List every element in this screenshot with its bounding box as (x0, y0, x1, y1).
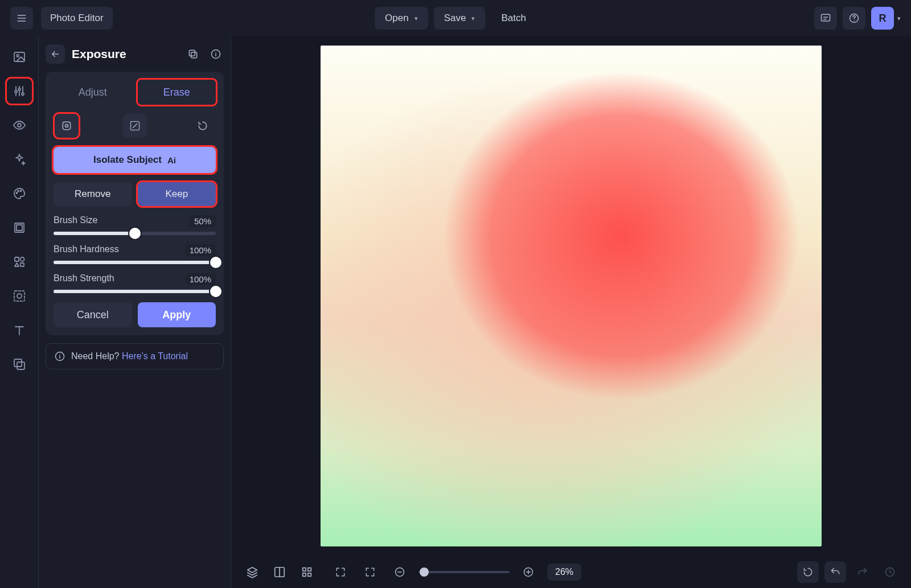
fit-icon (364, 566, 376, 578)
svg-rect-20 (189, 50, 195, 56)
app-title-chip[interactable]: Photo Editor (41, 7, 113, 30)
svg-rect-23 (63, 122, 70, 129)
feedback-button[interactable] (814, 7, 837, 30)
shapes-icon (13, 255, 26, 269)
rail-palette[interactable] (7, 181, 32, 206)
panel-title: Exposure (72, 47, 178, 61)
eye-icon (13, 118, 26, 132)
image-icon (13, 50, 26, 64)
svg-rect-13 (15, 257, 19, 261)
help-button[interactable] (843, 7, 865, 30)
info-button[interactable] (208, 46, 224, 62)
info-icon (210, 48, 221, 60)
svg-rect-19 (17, 362, 24, 369)
svg-point-5 (18, 88, 20, 91)
remove-button[interactable]: Remove (54, 182, 132, 206)
svg-rect-0 (822, 14, 830, 21)
ai-badge: Ai (167, 155, 176, 165)
hamburger-icon (16, 13, 27, 24)
zoom-value[interactable]: 26% (547, 564, 581, 581)
batch-button[interactable]: Batch (491, 7, 536, 30)
refresh-icon (802, 566, 814, 578)
arrow-left-icon (50, 49, 60, 59)
undo-button[interactable] (824, 561, 846, 583)
back-button[interactable] (46, 44, 65, 64)
svg-point-3 (17, 55, 19, 57)
svg-point-6 (22, 93, 24, 95)
history-icon (884, 566, 896, 578)
rail-sparkle[interactable] (7, 147, 32, 172)
save-button[interactable]: Save ▾ (434, 7, 486, 30)
svg-rect-15 (20, 263, 24, 266)
compare-button[interactable] (269, 561, 290, 583)
zoom-slider[interactable] (418, 571, 510, 573)
brush-hardness-slider[interactable]: Brush Hardness 100% (54, 244, 216, 264)
svg-rect-28 (303, 568, 306, 571)
history-button[interactable] (879, 561, 901, 583)
menu-button[interactable] (10, 7, 33, 30)
layers-button[interactable] (241, 561, 263, 583)
svg-rect-2 (14, 52, 24, 61)
ai-mask-icon (61, 120, 72, 131)
svg-rect-18 (14, 359, 22, 367)
account-menu[interactable]: R ▾ (871, 7, 901, 30)
grid-icon (301, 566, 313, 578)
rail-eye[interactable] (7, 113, 32, 138)
avatar: R (871, 7, 894, 30)
rail-shapes[interactable] (7, 249, 32, 274)
svg-rect-29 (308, 568, 311, 571)
svg-point-7 (18, 124, 21, 127)
svg-point-10 (20, 191, 21, 192)
open-button[interactable]: Open ▾ (375, 7, 428, 30)
brush-mask-icon (129, 120, 141, 131)
canvas-image[interactable] (321, 46, 822, 546)
mask-brush-button[interactable] (123, 114, 147, 138)
keep-button[interactable]: Keep (138, 182, 216, 206)
sliders-icon (13, 84, 26, 98)
rail-image[interactable] (7, 44, 32, 69)
palette-icon (13, 187, 26, 200)
zoom-in-button[interactable] (518, 561, 539, 583)
fit-button[interactable] (359, 561, 381, 583)
rail-overlay[interactable] (7, 352, 32, 377)
apply-button[interactable]: Apply (138, 302, 216, 327)
brush-size-slider[interactable]: Brush Size 50% (54, 215, 216, 235)
mask-reset-button[interactable] (191, 114, 215, 138)
svg-rect-30 (303, 573, 306, 576)
reset-icon (197, 120, 208, 131)
rail-crop[interactable] (7, 215, 32, 240)
mask-ai-button[interactable] (55, 114, 79, 138)
layers-icon (246, 566, 258, 578)
redo-button[interactable] (852, 561, 873, 583)
isolate-subject-button[interactable]: Isolate Subject Ai (54, 147, 216, 173)
tab-adjust[interactable]: Adjust (54, 80, 132, 105)
svg-rect-21 (191, 52, 197, 58)
rail-target[interactable] (7, 283, 32, 309)
chevron-down-icon: ▾ (415, 15, 418, 22)
tab-erase[interactable]: Erase (138, 80, 216, 105)
compare-icon (273, 566, 286, 578)
app-title: Photo Editor (50, 13, 104, 24)
cancel-button[interactable]: Cancel (54, 302, 132, 327)
help-strip: Need Help? Here's a Tutorial (46, 343, 224, 369)
svg-point-9 (18, 191, 19, 192)
copy-icon (187, 48, 199, 60)
svg-rect-31 (308, 573, 311, 576)
overlay-icon (13, 357, 26, 371)
brush-strength-slider[interactable]: Brush Strength 100% (54, 273, 216, 293)
svg-rect-12 (17, 225, 22, 231)
chevron-down-icon: ▾ (471, 15, 475, 22)
sparkle-icon (13, 153, 26, 166)
svg-point-17 (17, 294, 22, 298)
fullscreen-button[interactable] (330, 561, 351, 583)
rail-adjustments[interactable] (7, 79, 32, 104)
plus-icon (523, 566, 534, 578)
question-icon (848, 13, 860, 24)
tutorial-link[interactable]: Here's a Tutorial (122, 351, 188, 361)
copy-settings-button[interactable] (185, 46, 201, 62)
reset-view-button[interactable] (797, 561, 819, 583)
zoom-out-button[interactable] (389, 561, 411, 583)
rail-text[interactable] (7, 318, 32, 343)
chat-icon (820, 13, 831, 24)
grid-button[interactable] (296, 561, 318, 583)
